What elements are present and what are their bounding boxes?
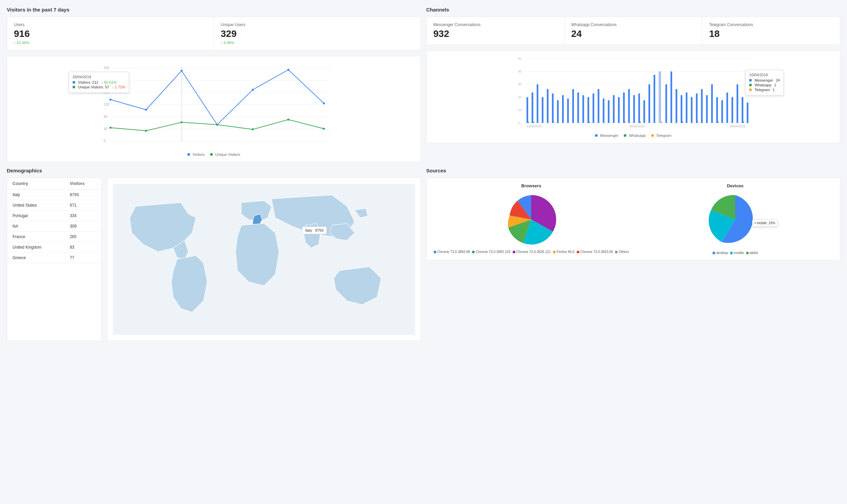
svg-rect-60 xyxy=(572,89,574,123)
map-tooltip-value: 8793 xyxy=(315,228,323,232)
svg-text:50: 50 xyxy=(518,57,521,60)
map-tooltip: Italy 8793 xyxy=(302,227,327,234)
visitors-cell: 83 xyxy=(65,242,101,253)
visitors-legend-label: Visitors xyxy=(193,152,205,157)
bar-tooltip-telegram-value: 1 xyxy=(773,88,775,92)
browsers-legend-item-6: Others xyxy=(615,250,629,254)
svg-rect-95 xyxy=(718,122,719,123)
svg-rect-90 xyxy=(698,121,698,123)
col-country: Country xyxy=(7,178,65,190)
telegram-legend-item: Telegram xyxy=(651,133,671,138)
visitors-cell: 334 xyxy=(65,211,101,221)
svg-point-27 xyxy=(323,128,325,130)
country-cell: United Kingdom xyxy=(7,242,65,253)
bar-tooltip-whatsapp: Whatsapp 1 xyxy=(749,83,780,87)
bar-tooltip-telegram-dot xyxy=(749,88,752,91)
browsers-dot-4 xyxy=(553,251,556,253)
table-row: Italy 8793 xyxy=(7,190,101,200)
messenger-legend-dot xyxy=(595,134,598,137)
svg-rect-97 xyxy=(726,92,728,123)
browsers-legend-item-4: Firefox 66.0 xyxy=(553,250,575,254)
devices-legend: desktop mobile tablet xyxy=(713,251,758,255)
sources-charts: Browsers xyxy=(426,178,840,260)
users-card: Users 916 ↑ 52.46% xyxy=(7,17,214,50)
devices-chart: Devices • xyxy=(636,183,834,255)
svg-rect-54 xyxy=(547,89,548,123)
svg-text:20: 20 xyxy=(518,95,521,99)
bottom-section: Demographics Country Visitors Italy 8793 xyxy=(7,168,840,341)
svg-text:30/03/2019: 30/03/2019 xyxy=(629,125,644,127)
channel-cards: Messenger Conversations 932 Whatsapp Con… xyxy=(426,17,840,45)
svg-rect-77 xyxy=(643,100,645,123)
svg-rect-94 xyxy=(716,97,718,123)
svg-rect-76 xyxy=(640,122,641,123)
browsers-label-4: Firefox 66.0 xyxy=(557,250,575,254)
bar-tooltip-whatsapp-label: Whatsapp xyxy=(755,83,772,87)
telegram-legend-dot xyxy=(651,134,654,137)
bar-tooltip-messenger-value: 24 xyxy=(776,78,780,82)
svg-point-19 xyxy=(287,69,289,71)
bar-tooltip-telegram-label: Telegram xyxy=(755,88,770,92)
browsers-label-3: Chrome 72.0.3626.121 xyxy=(516,250,551,254)
svg-point-20 xyxy=(323,102,325,104)
svg-point-18 xyxy=(252,89,254,91)
sources-inner: Browsers xyxy=(432,183,834,255)
channels-bar-chart-container: 0 10 20 30 40 50 xyxy=(426,51,840,143)
messenger-label: Messenger Conversations xyxy=(433,22,557,27)
unique-legend-dot xyxy=(210,153,213,156)
browsers-label-1: Chrome 73.0.3883.88 xyxy=(437,250,470,254)
whatsapp-legend-dot xyxy=(624,134,627,137)
svg-rect-78 xyxy=(648,84,650,123)
col-visitors: Visitors xyxy=(65,178,101,190)
visitors-title: Visitors in the past 7 days xyxy=(7,7,421,13)
line-chart-wrap: 0 40 80 120 160 200 240 xyxy=(13,62,415,150)
users-change: ↑ 52.46% xyxy=(14,41,207,45)
svg-rect-53 xyxy=(542,97,543,123)
svg-text:0: 0 xyxy=(104,139,106,143)
tooltip-unique-row: Unique Visitors: 57 ↓ 1.72% xyxy=(72,85,125,89)
browsers-dot-6 xyxy=(615,251,618,253)
top-section: Visitors in the past 7 days Users 916 ↑ … xyxy=(7,7,840,162)
svg-rect-99 xyxy=(737,84,738,123)
telegram-value: 18 xyxy=(709,29,833,39)
browsers-legend-item-3: Chrome 72.0.3626.121 xyxy=(512,250,551,254)
browsers-dot-1 xyxy=(434,251,436,253)
telegram-legend-label: Telegram xyxy=(656,133,671,138)
telegram-label: Telegram Conversations xyxy=(709,22,833,27)
table-header-row: Country Visitors xyxy=(7,178,101,190)
whatsapp-legend-item: Whatsapp xyxy=(624,133,646,138)
demographics-section: Demographics Country Visitors Italy 8793 xyxy=(7,168,421,341)
svg-rect-93 xyxy=(711,84,713,123)
visitors-stat-cards: Users 916 ↑ 52.46% Unique Users 329 ↑ 6.… xyxy=(7,17,421,51)
svg-rect-56 xyxy=(554,121,554,123)
users-value: 916 xyxy=(14,29,207,39)
bar-tooltip-date: 10/04/2019 xyxy=(749,73,780,77)
svg-rect-84 xyxy=(675,89,677,123)
svg-point-22 xyxy=(145,130,147,132)
svg-rect-73 xyxy=(628,89,630,123)
browsers-legend: Chrome 73.0.3883.88 Chrome 73.0.3883.103… xyxy=(434,250,629,254)
messenger-legend-item: Messenger xyxy=(595,133,618,138)
unique-legend-item: Unique Visitors xyxy=(210,152,240,157)
svg-rect-48 xyxy=(526,97,528,123)
country-cell: Greece xyxy=(7,253,65,263)
svg-text:14/03/2019: 14/03/2019 xyxy=(526,125,542,127)
table-row: NA 309 xyxy=(7,221,101,232)
visitors-cell: 265 xyxy=(65,232,101,242)
table-row: Portugal 334 xyxy=(7,211,101,221)
svg-rect-74 xyxy=(633,95,635,123)
visitors-cell: 671 xyxy=(65,200,101,211)
world-map-svg xyxy=(113,183,415,335)
bar-chart-legend: Messenger Whatsapp Telegram xyxy=(432,133,834,138)
svg-rect-81 xyxy=(661,122,662,123)
unique-users-change: ↑ 6.99% xyxy=(221,41,414,45)
svg-rect-101 xyxy=(743,122,744,123)
svg-text:30: 30 xyxy=(518,83,521,86)
sources-title: Sources xyxy=(426,168,840,174)
devices-dot-2 xyxy=(730,252,733,254)
svg-rect-70 xyxy=(618,97,620,123)
svg-rect-66 xyxy=(598,89,599,123)
svg-text:240: 240 xyxy=(104,66,109,70)
visitors-section: Visitors in the past 7 days Users 916 ↑ … xyxy=(7,7,421,162)
svg-rect-50 xyxy=(531,92,533,123)
